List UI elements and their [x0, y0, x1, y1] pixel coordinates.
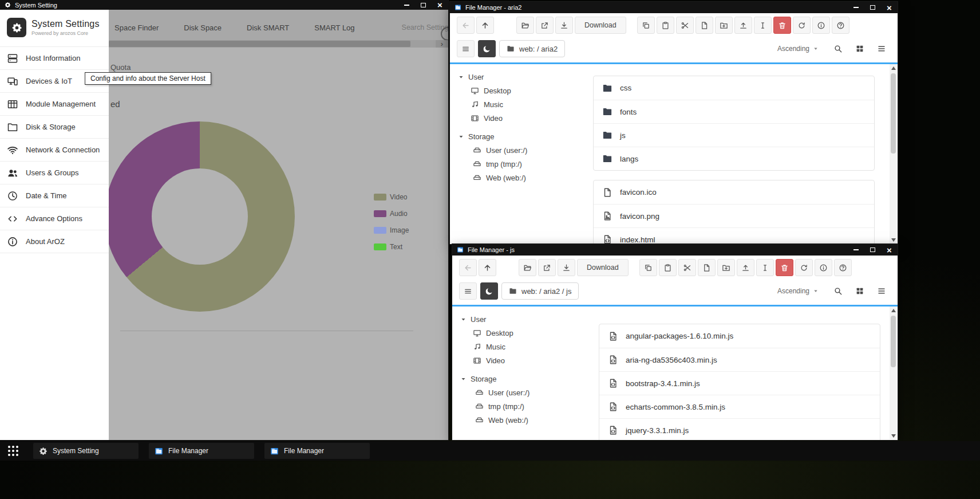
dark-mode-button[interactable]: [478, 40, 496, 57]
sidebar-item-network-connection[interactable]: Network & Connection: [0, 139, 109, 162]
properties-button[interactable]: [815, 259, 832, 276]
menu-button[interactable]: [459, 282, 477, 300]
fm-js-titlebar[interactable]: File Manager - js ×: [452, 244, 898, 256]
minimize-button[interactable]: [852, 246, 860, 254]
scroll-down-arrow[interactable]: [890, 432, 897, 439]
tree-item-web-drive[interactable]: Web (web:/): [460, 413, 586, 427]
file-row[interactable]: bootstrap-3.4.1.min.js: [599, 371, 880, 395]
sort-order-dropdown[interactable]: Ascending: [777, 287, 819, 295]
back-button[interactable]: [457, 17, 475, 34]
help-button[interactable]: [834, 259, 852, 276]
folder-row[interactable]: js: [594, 123, 874, 147]
tree-item-tmp-drive[interactable]: tmp (tmp:/): [460, 399, 586, 413]
open-external-button[interactable]: [536, 17, 554, 34]
folder-row[interactable]: fonts: [594, 100, 874, 123]
minimize-button[interactable]: [403, 1, 410, 9]
close-button[interactable]: ×: [436, 1, 444, 9]
maximize-button[interactable]: [869, 246, 876, 254]
download-button[interactable]: Download: [575, 17, 626, 34]
taskbar-item-file-manager-2[interactable]: File Manager: [264, 443, 370, 459]
open-folder-button[interactable]: [516, 17, 534, 34]
file-row[interactable]: favicon.png: [594, 204, 874, 227]
folder-row[interactable]: langs: [594, 147, 874, 170]
paste-button[interactable]: [659, 259, 677, 276]
list-view-button[interactable]: [874, 41, 890, 57]
scrollbar-thumb[interactable]: [891, 316, 896, 367]
tab-disk-smart[interactable]: Disk SMART: [247, 23, 289, 32]
taskbar-item-file-manager-1[interactable]: File Manager: [149, 443, 254, 459]
vertical-scrollbar[interactable]: [890, 64, 897, 243]
grid-view-button[interactable]: [852, 283, 868, 299]
sidebar-item-module-management[interactable]: Module Management: [0, 93, 109, 116]
sidebar-item-host-information[interactable]: Host Information: [0, 47, 109, 70]
rename-button[interactable]: [754, 17, 772, 34]
tree-item-desktop[interactable]: Desktop: [460, 326, 586, 340]
tab-smart-log[interactable]: SMART Log: [314, 23, 354, 32]
delete-button[interactable]: [776, 259, 793, 276]
scroll-down-arrow[interactable]: [890, 236, 897, 243]
new-folder-button[interactable]: [715, 17, 733, 34]
back-button[interactable]: [459, 259, 477, 276]
sidebar-item-users-groups[interactable]: Users & Groups: [0, 162, 109, 184]
paste-button[interactable]: [657, 17, 674, 34]
tree-item-music[interactable]: Music: [460, 340, 586, 353]
tree-item-video[interactable]: Video: [458, 111, 584, 125]
scroll-up-arrow[interactable]: [890, 64, 897, 72]
tree-group-user[interactable]: User: [458, 70, 584, 84]
sidebar-item-disk-storage[interactable]: Disk & Storage: [0, 116, 109, 139]
new-folder-button[interactable]: [717, 259, 735, 276]
search-button[interactable]: [830, 41, 846, 57]
tree-group-user[interactable]: User: [460, 312, 586, 326]
upload-button[interactable]: [737, 259, 754, 276]
sidebar-item-about-aroz[interactable]: About ArOZ: [0, 230, 109, 253]
upload-button[interactable]: [734, 17, 752, 34]
minimize-button[interactable]: [852, 4, 860, 11]
folder-row[interactable]: css: [594, 76, 874, 100]
delete-button[interactable]: [773, 17, 791, 34]
tree-item-user-drive[interactable]: User (user:/): [458, 143, 584, 157]
open-external-button[interactable]: [538, 259, 556, 276]
menu-button[interactable]: [457, 40, 475, 57]
tree-item-web-drive[interactable]: Web (web:/): [458, 171, 584, 184]
download-icon-button[interactable]: [555, 17, 573, 34]
tree-group-storage[interactable]: Storage: [458, 129, 584, 143]
copy-button[interactable]: [639, 259, 657, 276]
refresh-button[interactable]: [793, 17, 811, 34]
download-button[interactable]: Download: [577, 259, 629, 276]
copy-button[interactable]: [637, 17, 655, 34]
file-row[interactable]: index.html: [594, 227, 874, 244]
rename-button[interactable]: [756, 259, 774, 276]
scroll-up-arrow[interactable]: [890, 307, 897, 314]
tree-item-music[interactable]: Music: [458, 97, 584, 111]
tree-group-storage[interactable]: Storage: [460, 372, 586, 386]
sort-order-dropdown[interactable]: Ascending: [777, 45, 819, 53]
new-file-button[interactable]: [698, 259, 716, 276]
taskbar-item-system-setting[interactable]: System Setting: [33, 443, 139, 459]
new-file-button[interactable]: [696, 17, 713, 34]
list-view-button[interactable]: [874, 283, 890, 299]
close-button[interactable]: ×: [886, 4, 893, 11]
horizontal-scrollbar[interactable]: ›: [109, 40, 448, 48]
system-settings-titlebar[interactable]: System Setting ×: [0, 0, 448, 10]
file-row[interactable]: echarts-common-3.8.5.min.js: [599, 395, 880, 418]
breadcrumb[interactable]: web: / aria2 / js: [501, 282, 579, 300]
cut-button[interactable]: [678, 259, 696, 276]
grid-view-button[interactable]: [852, 41, 868, 57]
file-row[interactable]: aria-ng-da5356c403.min.js: [599, 348, 880, 371]
maximize-button[interactable]: [869, 4, 876, 11]
sidebar-item-date-time[interactable]: Date & Time: [0, 184, 109, 207]
scrollbar-thumb[interactable]: [109, 41, 410, 47]
file-row[interactable]: favicon.ico: [594, 180, 874, 204]
dark-mode-button[interactable]: [480, 282, 498, 300]
fm-aria2-titlebar[interactable]: File Manager - aria2 ×: [450, 2, 898, 13]
vertical-scrollbar[interactable]: [890, 307, 897, 439]
open-folder-button[interactable]: [519, 259, 536, 276]
cut-button[interactable]: [676, 17, 694, 34]
search-button[interactable]: [830, 283, 846, 299]
maximize-button[interactable]: [420, 1, 427, 9]
scroll-right-arrow[interactable]: ›: [436, 40, 448, 48]
up-button[interactable]: [476, 17, 494, 34]
tab-disk-space[interactable]: Disk Space: [184, 23, 222, 32]
tree-item-desktop[interactable]: Desktop: [458, 84, 584, 97]
tree-item-user-drive[interactable]: User (user:/): [460, 386, 586, 399]
